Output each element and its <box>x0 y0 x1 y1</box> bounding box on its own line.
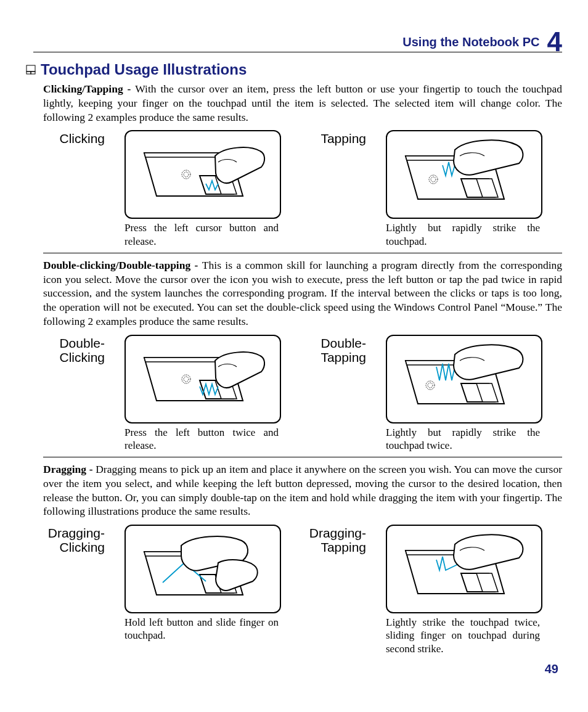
drag-body: Dragging means to pick up an item and pl… <box>43 463 562 517</box>
caption-tapping: Lightly but rapidly strike the touchpad. <box>386 221 540 248</box>
label-double-clicking: Double- Clicking <box>43 335 105 364</box>
chapter-number: 4 <box>547 28 562 55</box>
figure-clicking <box>125 130 281 219</box>
label-double-tapping: Double- Tapping <box>298 335 366 364</box>
drag-paragraph: Dragging - Dragging means to pick up an … <box>43 462 562 518</box>
label-clicking: Clicking <box>43 130 105 145</box>
section-heading-row: Touchpad Usage Illustrations <box>26 61 562 78</box>
figure-double-clicking <box>125 335 281 424</box>
label-dragging-clicking: Dragging- Clicking <box>43 525 105 554</box>
label-tapping: Tapping <box>298 130 366 145</box>
double-examples: Double- Clicking Double- Tapping <box>43 335 562 452</box>
click-tap-examples: Clicking Tapping <box>43 130 562 248</box>
figure-tapping <box>386 130 542 219</box>
manual-page: Using the Notebook PC 4 Touchpad Usage I… <box>0 0 588 712</box>
double-paragraph: Double-clicking/Double-tapping - This is… <box>43 258 562 329</box>
caption-dragging-clicking: Hold left button and slide finger on tou… <box>125 616 279 642</box>
figure-dragging-tapping <box>386 525 542 613</box>
double-lead: Double-clicking/Double-tapping - <box>43 259 202 271</box>
caption-double-clicking: Press the left button twice and release. <box>125 426 279 452</box>
touchpad-icon <box>26 65 36 75</box>
figure-double-tapping <box>386 335 542 424</box>
caption-clicking: Press the left cursor button and release… <box>125 221 279 248</box>
svg-rect-0 <box>27 65 35 72</box>
svg-rect-1 <box>27 72 31 74</box>
svg-rect-2 <box>31 72 35 74</box>
drag-lead: Dragging - <box>43 463 96 475</box>
figure-dragging-clicking <box>125 525 281 613</box>
header-title: Using the Notebook PC <box>402 35 539 49</box>
divider <box>43 457 562 457</box>
label-dragging-tapping: Dragging- Tapping <box>298 525 366 554</box>
section-heading: Touchpad Usage Illustrations <box>41 61 247 78</box>
drag-examples: Dragging- Clicking Dragging- Tapping <box>43 525 562 655</box>
page-number: 49 <box>545 662 558 676</box>
click-tap-lead: Clicking/Tapping - <box>43 83 135 95</box>
caption-dragging-tapping: Lightly strike the touchpad twice, slidi… <box>386 616 540 655</box>
click-tap-paragraph: Clicking/Tapping - With the cursor over … <box>43 82 562 124</box>
page-header: Using the Notebook PC 4 <box>33 25 562 52</box>
divider <box>43 253 562 253</box>
caption-double-tapping: Lightly but rapidly strike the touchpad … <box>386 426 540 452</box>
